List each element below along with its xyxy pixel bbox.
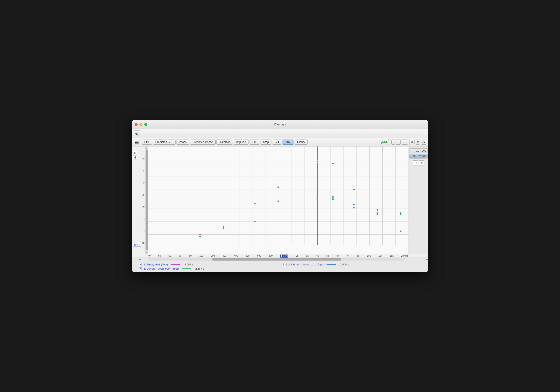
- chart-plot: [148, 146, 409, 254]
- v-scrollbar[interactable]: ▲ ▼: [145, 146, 148, 254]
- legend-line-3: [182, 268, 191, 269]
- legend-checkbox-1[interactable]: [139, 263, 142, 266]
- window-controls: [135, 123, 147, 126]
- zoom-controls: ⊖ ⊕: [413, 160, 424, 165]
- x-axis-row: 40 50 60 70 80 100 200 300 400 500 600 8…: [132, 254, 428, 258]
- legend-item-1: 1: Empty shell (Topt) 4.058 s: [139, 263, 277, 266]
- x-tick-1k: 1.002k: [280, 255, 288, 258]
- svg-point-38: [316, 160, 318, 162]
- x-tick-3k: 3k: [306, 255, 309, 258]
- legend-value-3: 2.367 s: [195, 267, 204, 270]
- h-scrollbar-thumb[interactable]: [212, 258, 341, 261]
- range-10-200-btn[interactable]: 10 .. 200: [409, 148, 428, 153]
- x-tick-10k: 10k: [367, 255, 370, 258]
- h-scroll-left-arrow[interactable]: ◀: [132, 258, 148, 261]
- legend-line-1: [171, 264, 180, 265]
- close-button[interactable]: [135, 123, 138, 126]
- legend-label-3[interactable]: 3: Current - doors open (Topt): [144, 267, 179, 270]
- tab-etc[interactable]: ETC: [249, 140, 260, 145]
- tab-phase[interactable]: Phase: [176, 140, 189, 145]
- move-btn[interactable]: ✥: [409, 139, 415, 145]
- legend-checkbox-3[interactable]: [139, 267, 142, 270]
- svg-point-43: [316, 196, 318, 198]
- tab-gd[interactable]: GD: [272, 140, 281, 145]
- camera-button[interactable]: ⦿: [134, 130, 140, 136]
- x-tick-20k: 20kHz: [401, 255, 408, 258]
- svg-point-53: [332, 198, 334, 200]
- h-scroll-right-arrow[interactable]: ▶: [426, 258, 428, 261]
- svg-point-36: [254, 202, 256, 204]
- tab-predicted-spl[interactable]: Predicted SPL: [153, 140, 176, 145]
- gear-btn[interactable]: ⚙: [421, 140, 426, 145]
- scroll-up-arrow[interactable]: ▲: [145, 146, 148, 150]
- svg-point-44: [332, 196, 334, 198]
- right-panel: 10 .. 200 20 .. 20,000 ⊖ ⊕: [409, 146, 428, 254]
- camera-icon-2: 📷: [135, 140, 139, 144]
- tab-clarity[interactable]: Clarity: [295, 140, 308, 145]
- x-tick-80: 80: [189, 255, 192, 258]
- x-tick-6k: 6k: [337, 255, 339, 258]
- x-tick-300: 300: [223, 255, 227, 258]
- x-tick-70: 70: [179, 255, 181, 258]
- tab-distortion[interactable]: Distortion: [216, 140, 233, 145]
- svg-point-54: [353, 207, 355, 209]
- x-tick-7k: 7k: [347, 255, 349, 258]
- x-tick-500: 500: [246, 255, 250, 258]
- legend-line-2: [327, 264, 336, 265]
- zoom-in-y-btn[interactable]: ⊕: [133, 151, 137, 155]
- lines-btn[interactable]: ≡: [416, 140, 420, 145]
- x-tick-50: 50: [158, 255, 161, 258]
- tab-rt60[interactable]: RT60: [282, 140, 294, 145]
- svg-point-50: [254, 220, 256, 222]
- legend-checkbox-2[interactable]: [283, 263, 287, 266]
- minimize-button[interactable]: [140, 123, 142, 126]
- x-tick-200: 200: [211, 255, 215, 258]
- zoom-in-btn[interactable]: ⊕: [419, 160, 424, 165]
- chart-svg: [148, 146, 409, 254]
- maximize-button[interactable]: [144, 123, 147, 126]
- toolbar: ⦿: [132, 129, 428, 138]
- x-tick-15k: 15k: [390, 255, 393, 258]
- main-window: Overlays ⦿ 📷 SPL Predicted SPL Phase Pre…: [132, 120, 428, 272]
- svg-point-52: [316, 198, 318, 200]
- range-wide-btn[interactable]: [401, 140, 408, 145]
- svg-point-34: [199, 233, 201, 235]
- legend-label-2[interactable]: 2: Current - doors ....[... (Topt): [288, 263, 323, 266]
- svg-point-45: [353, 203, 355, 205]
- svg-point-51: [278, 200, 279, 202]
- x-tick-5k: 5k: [326, 255, 329, 258]
- zoom-out-y-btn[interactable]: ⊖: [133, 155, 137, 159]
- legend-label-1[interactable]: 1: Empty shell (Topt): [144, 263, 168, 266]
- svg-point-55: [376, 213, 378, 215]
- svg-point-41: [376, 209, 378, 210]
- range-narrow-btn[interactable]: [391, 140, 395, 145]
- zoom-out-btn[interactable]: ⊖: [413, 160, 418, 165]
- range-20-20000-btn[interactable]: 20 .. 20,000: [409, 154, 428, 159]
- x-tick-40: 40: [148, 255, 150, 258]
- overlay-icon-btn[interactable]: [380, 139, 389, 145]
- svg-point-37: [278, 186, 279, 188]
- tab-predicted-phase[interactable]: Predicted Phase: [190, 140, 215, 145]
- y-axis-container: ⊕ ⊖ s 4.0 3.5 3.0 2.5 2.0 1.5 1.0 0.5: [132, 146, 148, 254]
- x-tick-800: 800: [269, 255, 273, 258]
- bottom-left-label: 530m: [133, 243, 141, 247]
- svg-point-56: [400, 213, 402, 215]
- x-tick-4k: 4k: [316, 255, 319, 258]
- range-mid-btn[interactable]: [396, 140, 401, 145]
- legend-value-2: 2.504 s: [340, 263, 349, 266]
- camera-button-2[interactable]: 📷: [134, 139, 140, 145]
- tab-impulse[interactable]: Impulse: [234, 140, 249, 145]
- tab-step[interactable]: Step: [260, 140, 271, 145]
- v-scrollbar-thumb[interactable]: [146, 150, 148, 250]
- x-tick-12k: 12k: [379, 255, 382, 258]
- tab-spl[interactable]: SPL: [142, 140, 152, 145]
- legend-item-2: 2: Current - doors ....[... (Topt) 2.504…: [283, 263, 421, 266]
- legend: 1: Empty shell (Topt) 4.058 s 2: Current…: [132, 261, 428, 272]
- svg-point-49: [223, 227, 224, 229]
- scroll-down-arrow[interactable]: ▼: [145, 251, 148, 254]
- h-scrollbar-track[interactable]: [148, 258, 406, 261]
- svg-point-42: [400, 230, 402, 232]
- toolbar-tabs: ⦿: [134, 130, 426, 136]
- wave-icon: [381, 140, 388, 144]
- h-scrollbar-row: ◀ ▶: [132, 258, 428, 261]
